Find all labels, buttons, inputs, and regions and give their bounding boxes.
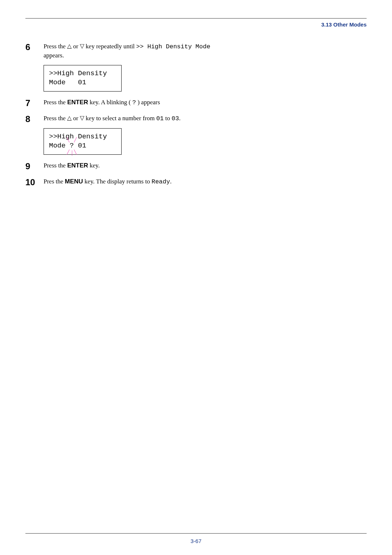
content: 6 Press the △ or ▽ key repeatedly until … [25, 42, 367, 533]
step-9: 9 Press the ENTER key. [25, 161, 367, 171]
text: key repeatedly until [84, 43, 136, 50]
text: Press the [44, 99, 67, 106]
key-enter: ENTER [67, 162, 88, 169]
step-body: Press the △ or ▽ key to select a number … [44, 114, 218, 155]
text: Pres the [44, 178, 65, 185]
code: >> High Density Mode [136, 43, 210, 50]
footer-rule [25, 533, 367, 534]
triangle-up-icon: △ [67, 42, 72, 50]
header-rule [25, 18, 367, 19]
text: to [164, 115, 172, 122]
blink-rays-icon: ╱ [67, 149, 69, 155]
code: 03 [172, 115, 179, 122]
lcd-line-1: >>High Density [49, 69, 107, 77]
step-8: 8 Press the △ or ▽ key to select a numbe… [25, 114, 367, 155]
footer: 3-67 [25, 533, 367, 544]
step-body: Press the ENTER key. A blinking ( ? ) ap… [44, 98, 218, 107]
step-6: 6 Press the △ or ▽ key repeatedly until … [25, 42, 367, 92]
text: Press the [44, 162, 67, 169]
key-enter: ENTER [67, 99, 88, 106]
triangle-up-icon: △ [67, 114, 72, 122]
blinking-cursor: ╲╱?╱╲│ [70, 141, 74, 151]
text: appears. [44, 52, 64, 59]
text: or [72, 43, 80, 50]
code: 01 [156, 115, 164, 122]
code: Ready [151, 178, 170, 185]
blink-rays-icon: ╲ [74, 149, 77, 155]
blink-rays-icon: │ [71, 150, 74, 156]
step-number: 10 [25, 177, 44, 187]
text: key. [88, 162, 100, 169]
page-number: 3-67 [25, 538, 367, 544]
text: key. The display returns to [83, 178, 152, 185]
triangle-down-icon: ▽ [80, 42, 84, 50]
triangle-down-icon: ▽ [80, 114, 84, 122]
step-number: 7 [25, 98, 44, 108]
text: . [170, 178, 171, 185]
blink-char: ? [70, 142, 74, 150]
text: Press the [44, 43, 67, 50]
step-body: Press the ENTER key. [44, 161, 218, 170]
step-10: 10 Pres the MENU key. The display return… [25, 177, 367, 187]
lcd-line-2: Mode 01 [49, 78, 86, 86]
step-7: 7 Press the ENTER key. A blinking ( ? ) … [25, 98, 367, 108]
lcd-display: >>High Density Mode ╲╱?╱╲│ 01 [44, 128, 122, 155]
key-menu: MENU [65, 178, 83, 185]
step-body: Press the △ or ▽ key repeatedly until >>… [44, 42, 218, 92]
lcd-line-2-prefix: Mode [49, 142, 70, 150]
step-body: Pres the MENU key. The display returns t… [44, 177, 218, 186]
code: ? [132, 99, 136, 106]
step-number: 9 [25, 161, 44, 171]
lcd-line-1: >>High Density [49, 133, 107, 141]
step-number: 6 [25, 42, 44, 52]
text: Press the [44, 115, 67, 122]
lcd-line-2-suffix: 01 [74, 142, 86, 150]
text: key. A blinking ( [88, 99, 132, 106]
page: 3.13 Other Modes 6 Press the △ or ▽ key … [0, 0, 392, 555]
text: or [72, 115, 80, 122]
lcd-display: >>High Density Mode 01 [44, 65, 122, 92]
text: . [179, 115, 180, 122]
section-header: 3.13 Other Modes [25, 21, 367, 28]
text: key to select a number from [84, 115, 156, 122]
step-number: 8 [25, 114, 44, 123]
text: ) appears [136, 99, 160, 106]
